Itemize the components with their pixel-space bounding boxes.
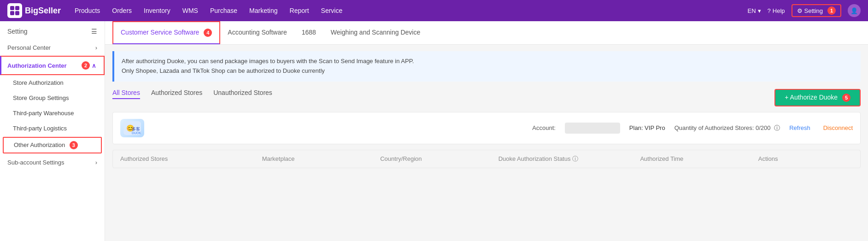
account-label: Account: [532,124,556,131]
setting-badge: 1 [827,6,836,15]
main-content: Customer Service Software 4 Accounting S… [105,21,868,241]
nav-wms[interactable]: WMS [182,5,199,16]
question-icon: ? [768,7,771,14]
sidebar-item-store-authorization[interactable]: Store Authorization [0,75,105,90]
nav-right: EN ▾ ? Help ⚙ Setting 1 👤 [747,4,861,17]
sidebar-item-third-party-logistics[interactable]: Third-party Logistics [0,121,105,136]
plan-label: Plan: VIP Pro [629,124,665,131]
logo-icon [7,3,22,18]
table-header: Authorized Stores Marketplace Country/Re… [112,150,861,168]
sidebar-item-store-group-settings[interactable]: Store Group Settings [0,90,105,106]
svg-rect-2 [10,11,14,15]
sidebar-item-personal-center[interactable]: Personal Center › [0,40,105,56]
chevron-down-icon: ▾ [758,7,761,14]
th-country-region: Country/Region [380,155,498,163]
th-actions: Actions [758,155,853,163]
sidebar-item-authorization-center[interactable]: Authorization Center 2 ∧ [0,56,105,75]
duoke-logo: 😊 多客 DUOKE [120,119,144,137]
tab-1688[interactable]: 1688 [294,22,323,43]
svg-text:多客: 多客 [132,127,140,131]
authorize-duoke-button[interactable]: + Authorize Duoke 5 [774,89,861,106]
tab0-badge: 4 [204,29,212,37]
duoke-info: Account: Plan: VIP Pro Quantity of Autho… [532,123,853,134]
user-icon: 👤 [850,7,858,14]
store-tab-all[interactable]: All Stores [112,89,140,99]
sidebar-item-third-party-warehouse[interactable]: Third-party Warehouse [0,106,105,121]
disconnect-link[interactable]: Disconnect [823,124,853,131]
chevron-down-icon: › [95,44,97,51]
nav-orders[interactable]: Orders [111,5,133,16]
th-marketplace: Marketplace [262,155,380,163]
info-line2: Only Shopee, Lazada and TikTok Shop can … [122,66,853,76]
tab-customer-service-software[interactable]: Customer Service Software 4 [112,21,220,44]
setting-button[interactable]: ⚙ Setting 1 [792,4,841,17]
duoke-row: 😊 多客 DUOKE Account: Plan: VIP Pro Quanti… [112,112,861,144]
store-tabs-row: All Stores Authorized Stores Unauthorize… [112,89,861,106]
status-help-icon[interactable]: ⓘ [572,155,578,163]
store-tab-authorized[interactable]: Authorized Stores [151,89,202,99]
content-area: After authorizing Duoke, you can send pa… [105,45,868,175]
store-tabs: All Stores Authorized Stores Unauthorize… [112,89,272,99]
th-duoke-status: Duoke Authorization Status ⓘ [499,155,640,163]
info-icon: ⓘ [774,124,780,131]
sidebar-title: Setting ☰ [0,21,105,40]
svg-rect-0 [10,6,14,10]
logo[interactable]: BigSeller [7,3,61,18]
user-avatar[interactable]: 👤 [848,4,861,17]
chevron-up-icon: ∧ [92,62,96,69]
help-button[interactable]: ? Help [768,7,785,14]
account-value [565,123,620,134]
refresh-link[interactable]: Refresh [789,124,810,131]
tabs-bar: Customer Service Software 4 Accounting S… [105,21,868,45]
nav-products[interactable]: Products [74,5,101,16]
nav-purchase[interactable]: Purchase [209,5,238,16]
svg-text:DUOKE: DUOKE [132,131,141,135]
svg-rect-3 [15,11,19,15]
other-auth-badge: 3 [70,141,78,149]
sidebar-collapse-icon[interactable]: ☰ [91,28,97,35]
sidebar: Setting ☰ Personal Center › Authorizatio… [0,21,105,241]
lang-selector[interactable]: EN ▾ [747,7,761,14]
gear-icon: ⚙ [797,7,803,14]
svg-rect-1 [15,6,19,10]
info-box: After authorizing Duoke, you can send pa… [112,51,861,82]
auth-center-badge: 2 [82,61,90,70]
nav-items: Products Orders Inventory WMS Purchase M… [74,5,747,16]
logo-text: BigSeller [25,6,61,16]
qty-authorized-label: Quantity of Authorized Stores: 0/200 ⓘ [674,124,780,132]
tab-weighing-scanning[interactable]: Weighing and Scanning Device [323,22,428,43]
th-authorized-time: Authorized Time [640,155,758,163]
info-line1: After authorizing Duoke, you can send pa… [122,57,853,66]
nav-marketing[interactable]: Marketing [248,5,278,16]
th-authorized-stores: Authorized Stores [120,155,262,163]
chevron-down-icon: › [95,159,97,166]
top-nav: BigSeller Products Orders Inventory WMS … [0,0,868,21]
nav-inventory[interactable]: Inventory [143,5,171,16]
authorize-btn-badge: 5 [842,94,850,102]
store-tab-unauthorized[interactable]: Unauthorized Stores [213,89,272,99]
sidebar-item-other-authorization[interactable]: Other Authorization 3 [3,137,102,153]
sidebar-item-sub-account-settings[interactable]: Sub-account Settings › [0,154,105,170]
nav-report[interactable]: Report [289,5,310,16]
duoke-logo-image: 😊 多客 DUOKE [120,119,144,137]
nav-service[interactable]: Service [320,5,344,16]
tab-accounting-software[interactable]: Accounting Software [220,22,294,43]
